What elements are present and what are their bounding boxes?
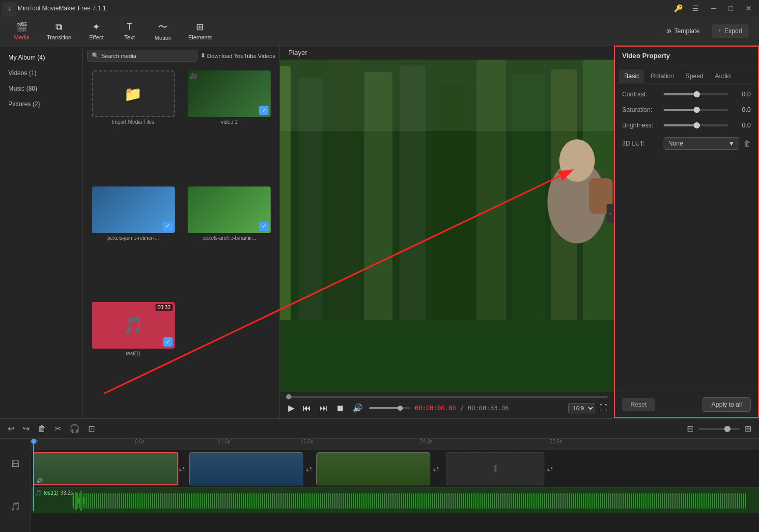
brightness-thumb[interactable] bbox=[694, 122, 700, 128]
toolbar-transition[interactable]: ⧉ Transition bbox=[39, 19, 79, 44]
fullscreen-button[interactable]: ⛶ bbox=[599, 404, 608, 413]
video-background bbox=[280, 60, 614, 391]
ruler-mark-1: 6.6s bbox=[135, 439, 145, 444]
zoom-thumb[interactable] bbox=[724, 426, 730, 432]
media-item-archie[interactable]: ✓ pexels-archie-binamir... bbox=[184, 186, 276, 298]
key-icon: 🔑 bbox=[674, 4, 683, 12]
tab-rotation[interactable]: Rotation bbox=[645, 69, 679, 83]
volume-thumb[interactable] bbox=[398, 406, 403, 411]
tab-audio[interactable]: Audio bbox=[710, 69, 736, 83]
toolbar-motion[interactable]: 〜 Motion bbox=[147, 19, 179, 44]
ruler-mark-5: 32.9s bbox=[550, 439, 562, 444]
clip3-replace-arrow[interactable]: ⇄ bbox=[433, 465, 439, 473]
svg-rect-27 bbox=[80, 491, 82, 511]
volume-button[interactable]: 🔊 bbox=[350, 402, 365, 414]
property-panel: Video Property Basic Rotation Speed Audi… bbox=[614, 46, 759, 418]
text-label: Text bbox=[124, 34, 135, 40]
menu-button[interactable]: ☰ bbox=[689, 3, 702, 13]
import-media-item[interactable]: 📁 Import Media Files bbox=[87, 70, 179, 182]
search-input[interactable]: 🔍 Search media bbox=[87, 50, 198, 62]
cut-button[interactable]: ✂ bbox=[53, 422, 63, 435]
jaime-check: ✓ bbox=[163, 222, 173, 231]
transition-icon: ⧉ bbox=[55, 22, 62, 33]
video1-thumb[interactable]: 🎥 ✓ bbox=[188, 70, 271, 117]
title-bar: M MiniTool MovieMaker Free 7.1.1 🔑 ☰ ─ □… bbox=[0, 0, 759, 17]
playhead[interactable] bbox=[33, 439, 34, 511]
media-item-video1[interactable]: 🎥 ✓ video 1 bbox=[184, 70, 276, 182]
play-button[interactable]: ▶ bbox=[286, 402, 297, 414]
audio-name: test(1) bbox=[44, 490, 58, 496]
saturation-slider[interactable] bbox=[664, 109, 728, 111]
controls-row: ▶ ⏮ ⏭ ⏹ 🔊 00:00:00.00 / 00:00:33.06 16:9… bbox=[286, 402, 608, 414]
lut-select[interactable]: None ▼ bbox=[664, 137, 739, 150]
template-button[interactable]: ⊛ Template bbox=[660, 24, 706, 38]
next-clip-button[interactable]: ⏭ bbox=[317, 402, 330, 414]
property-tabs: Basic Rotation Speed Audio bbox=[615, 65, 758, 83]
timeline-clip-1[interactable]: 🔊 bbox=[33, 452, 178, 485]
prev-frame-button[interactable]: ⏮ bbox=[301, 402, 313, 414]
apply-all-button[interactable]: Apply to all bbox=[702, 397, 751, 412]
reset-button[interactable]: Reset bbox=[622, 398, 655, 411]
close-button[interactable]: ✕ bbox=[742, 3, 755, 13]
timeline-track-area: 0s 6.6s 11.6s 16.6s 24.8s 32.9s bbox=[31, 439, 759, 532]
export-label: Export bbox=[724, 27, 742, 35]
clip2-replace-arrow[interactable]: ⇄ bbox=[306, 465, 312, 473]
panel-collapse-arrow[interactable]: › bbox=[607, 204, 614, 223]
tab-basic[interactable]: Basic bbox=[619, 69, 644, 83]
zoom-slider[interactable] bbox=[698, 428, 740, 430]
timeline-ruler: 0s 6.6s 11.6s 16.6s 24.8s 32.9s bbox=[31, 439, 759, 450]
search-icon: 🔍 bbox=[92, 52, 99, 59]
volume-slider[interactable] bbox=[369, 407, 411, 409]
progress-thumb[interactable] bbox=[286, 394, 291, 399]
crop-button[interactable]: ⊡ bbox=[87, 422, 96, 435]
audio-duration: 33.2s bbox=[60, 490, 73, 496]
timeline-clip-3[interactable] bbox=[316, 452, 430, 485]
video1-check: ✓ bbox=[259, 106, 269, 115]
delete-button[interactable]: 🗑 bbox=[36, 423, 48, 435]
sidebar-item-album[interactable]: My Album (4) bbox=[0, 50, 82, 65]
import-thumb[interactable]: 📁 bbox=[92, 70, 175, 117]
waveform-svg bbox=[73, 488, 759, 514]
contrast-thumb[interactable] bbox=[694, 91, 700, 97]
jaime-thumb[interactable]: ✓ bbox=[92, 186, 175, 233]
sidebar-item-videos[interactable]: Videos (1) bbox=[0, 65, 82, 81]
stop-button[interactable]: ⏹ bbox=[334, 402, 346, 414]
player-video bbox=[280, 60, 614, 391]
brightness-slider[interactable] bbox=[664, 124, 728, 126]
main-area: My Album (4) Videos (1) Music (80) Pictu… bbox=[0, 46, 759, 418]
contrast-label: Contrast: bbox=[622, 91, 664, 98]
tab-speed[interactable]: Speed bbox=[680, 69, 709, 83]
zoom-in-button[interactable]: ⊞ bbox=[743, 422, 753, 435]
timeline-placeholder[interactable]: ⬇ bbox=[446, 452, 544, 485]
saturation-thumb[interactable] bbox=[694, 107, 700, 113]
sidebar-item-pictures[interactable]: Pictures (2) bbox=[0, 96, 82, 112]
toolbar-media[interactable]: 🎬 Media bbox=[6, 19, 37, 44]
media-item-jaime[interactable]: ✓ pexels-jaime-reimer-... bbox=[87, 186, 179, 298]
export-button[interactable]: ↑ Export bbox=[712, 24, 749, 38]
archie-thumb[interactable]: ✓ bbox=[188, 186, 271, 233]
media-item-music[interactable]: 🎵 00:33 ✓ test(1) bbox=[87, 302, 179, 414]
redo-button[interactable]: ↪ bbox=[21, 422, 31, 435]
toolbar-effect[interactable]: ✦ Effect bbox=[81, 19, 112, 44]
audio-detach-button[interactable]: 🎧 bbox=[68, 422, 81, 435]
maximize-button[interactable]: □ bbox=[726, 3, 736, 13]
timeline-clip-2[interactable] bbox=[189, 452, 303, 485]
brightness-row: Brightness: 0.0 bbox=[622, 122, 751, 129]
ruler-mark-3: 16.6s bbox=[301, 439, 313, 444]
toolbar-elements[interactable]: ⊞ Elements bbox=[181, 19, 219, 44]
toolbar-text[interactable]: T Text bbox=[114, 19, 145, 44]
lut-delete-button[interactable]: 🗑 bbox=[743, 139, 751, 148]
svg-point-19 bbox=[559, 139, 595, 182]
download-youtube-button[interactable]: ⬇ Download YouTube Videos bbox=[201, 52, 276, 59]
sidebar-item-music[interactable]: Music (80) bbox=[0, 81, 82, 96]
minimize-button[interactable]: ─ bbox=[708, 3, 720, 13]
undo-button[interactable]: ↩ bbox=[6, 422, 16, 435]
aspect-ratio-select[interactable]: 16:9 bbox=[568, 403, 595, 413]
media-search-bar: 🔍 Search media ⬇ Download YouTube Videos bbox=[83, 46, 279, 66]
music-thumb[interactable]: 🎵 00:33 ✓ bbox=[92, 302, 175, 349]
zoom-out-button[interactable]: ⊟ bbox=[685, 422, 695, 435]
progress-bar[interactable] bbox=[286, 396, 608, 398]
clip1-replace-arrow[interactable]: ⇄ bbox=[179, 465, 185, 473]
placeholder-replace-arrow[interactable]: ⇄ bbox=[547, 465, 553, 473]
contrast-slider[interactable] bbox=[664, 93, 728, 95]
